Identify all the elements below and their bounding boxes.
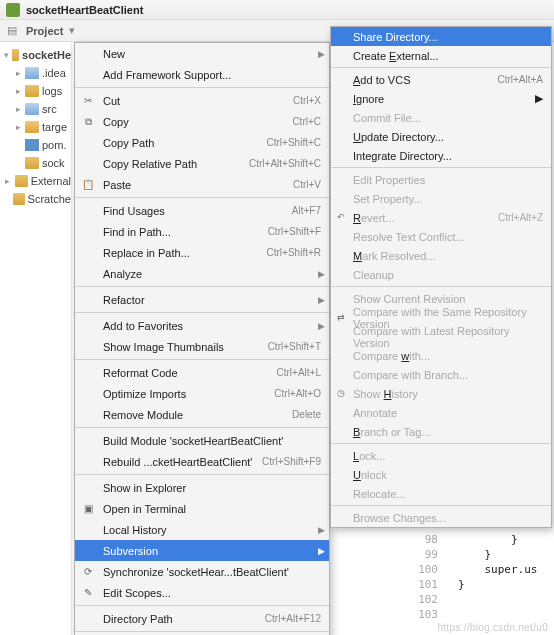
submenu-arrow-icon: ▶ — [535, 92, 543, 105]
menu-item[interactable]: Add to VCSCtrl+Alt+A — [331, 70, 551, 89]
menu-item-label: Update Directory... — [353, 131, 543, 143]
menu-item: Mark Resolved... — [331, 246, 551, 265]
folder-icon — [15, 175, 28, 187]
gutter-mark — [444, 608, 458, 623]
editor-line[interactable]: 101} — [414, 578, 554, 593]
menu-item[interactable]: ✂CutCtrl+X — [75, 90, 329, 111]
menu-separator — [75, 87, 329, 88]
menu-item[interactable]: Add Framework Support... — [75, 64, 329, 85]
menu-item-label: Build Module 'socketHeartBeatClient' — [103, 435, 321, 447]
menu-item[interactable]: ▣Open in Terminal — [75, 498, 329, 519]
editor-line[interactable]: 102 — [414, 593, 554, 608]
menu-item[interactable]: Remove ModuleDelete — [75, 404, 329, 425]
context-menu[interactable]: New▶Add Framework Support...✂CutCtrl+X⧉C… — [74, 42, 330, 635]
editor-line[interactable]: 100 super.us — [414, 563, 554, 578]
menu-item: Lock... — [331, 446, 551, 465]
menu-item-icon: ⧉ — [81, 115, 95, 129]
editor-line[interactable]: 98 } — [414, 533, 554, 548]
menu-item: Resolve Text Conflict... — [331, 227, 551, 246]
dropdown-arrow-icon[interactable]: ▾ — [69, 24, 75, 37]
menu-item[interactable]: Analyze▶ — [75, 263, 329, 284]
menu-item[interactable]: New▶ — [75, 43, 329, 64]
menu-item[interactable]: ⧉CopyCtrl+C — [75, 111, 329, 132]
menu-item[interactable]: Show Image ThumbnailsCtrl+Shift+T — [75, 336, 329, 357]
menu-shortcut: Ctrl+Alt+Shift+C — [249, 158, 321, 169]
menu-shortcut: Ctrl+Alt+Z — [498, 212, 543, 223]
editor-line[interactable]: 103 — [414, 608, 554, 623]
tree-node[interactable]: sock — [0, 154, 71, 172]
menu-shortcut: Ctrl+X — [293, 95, 321, 106]
tree-label: External — [31, 175, 71, 187]
tree-node[interactable]: ▸targe — [0, 118, 71, 136]
menu-item-label: Lock... — [353, 450, 543, 462]
disclosure-icon[interactable]: ▸ — [14, 68, 22, 78]
disclosure-icon[interactable]: ▾ — [4, 50, 9, 60]
menu-item[interactable]: Update Directory... — [331, 127, 551, 146]
menu-item-label: Resolve Text Conflict... — [353, 231, 543, 243]
tree-node[interactable]: ▸External — [0, 172, 71, 190]
menu-item[interactable]: Share Directory... — [331, 27, 551, 46]
menu-item[interactable]: Reformat CodeCtrl+Alt+L — [75, 362, 329, 383]
menu-shortcut: Ctrl+Shift+F — [268, 226, 321, 237]
subversion-submenu[interactable]: Share Directory...Create External...Add … — [330, 26, 552, 528]
menu-item[interactable]: ⟳Synchronize 'socketHear...tBeatClient' — [75, 561, 329, 582]
folder-icon — [25, 85, 39, 97]
menu-item[interactable]: Add to Favorites▶ — [75, 315, 329, 336]
menu-item[interactable]: Optimize ImportsCtrl+Alt+O — [75, 383, 329, 404]
tree-node[interactable]: ▾socketHe — [0, 46, 71, 64]
tool-window-label[interactable]: Project — [26, 25, 63, 37]
disclosure-icon[interactable]: ▸ — [4, 176, 12, 186]
menu-item: Cleanup — [331, 265, 551, 284]
menu-item-label: Browse Changes... — [353, 512, 543, 524]
menu-item[interactable]: Find UsagesAlt+F7 — [75, 200, 329, 221]
menu-item[interactable]: Build Module 'socketHeartBeatClient' — [75, 430, 329, 451]
menu-shortcut: Ctrl+Shift+T — [268, 341, 321, 352]
code-text: } — [458, 533, 518, 548]
menu-item-label: Integrate Directory... — [353, 150, 543, 162]
folder-icon — [25, 139, 39, 151]
menu-item: Compare with... — [331, 346, 551, 365]
disclosure-icon[interactable]: ▸ — [14, 104, 22, 114]
tree-label: logs — [42, 85, 62, 97]
tree-node[interactable]: pom. — [0, 136, 71, 154]
disclosure-icon[interactable]: ▸ — [14, 86, 22, 96]
menu-item-label: Show Image Thumbnails — [103, 341, 268, 353]
menu-item[interactable]: Show in Explorer — [75, 477, 329, 498]
menu-item-label: Edit Scopes... — [103, 587, 321, 599]
menu-item-label: Revert... — [353, 212, 498, 224]
menu-item-label: Edit Properties — [353, 174, 543, 186]
menu-item-label: Reformat Code — [103, 367, 277, 379]
menu-item-label: Copy Relative Path — [103, 158, 249, 170]
menu-item[interactable]: Replace in Path...Ctrl+Shift+R — [75, 242, 329, 263]
project-tree[interactable]: ▾socketHe▸.idea▸logs▸src▸targepom.sock▸E… — [0, 42, 72, 635]
menu-item[interactable]: Subversion▶ — [75, 540, 329, 561]
menu-item[interactable]: Copy Relative PathCtrl+Alt+Shift+C — [75, 153, 329, 174]
tree-node[interactable]: Scratche — [0, 190, 71, 208]
menu-shortcut: Ctrl+Shift+C — [267, 137, 321, 148]
menu-item[interactable]: Local History▶ — [75, 519, 329, 540]
tree-node[interactable]: ▸.idea — [0, 64, 71, 82]
editor-line[interactable]: 99 } — [414, 548, 554, 563]
gutter-mark — [444, 593, 458, 608]
menu-item[interactable]: Copy PathCtrl+Shift+C — [75, 132, 329, 153]
tree-node[interactable]: ▸src — [0, 100, 71, 118]
menu-item[interactable]: Rebuild ...cketHeartBeatClient'Ctrl+Shif… — [75, 451, 329, 472]
menu-item[interactable]: Refactor▶ — [75, 289, 329, 310]
menu-item[interactable]: Ignore▶ — [331, 89, 551, 108]
menu-shortcut: Ctrl+Alt+F12 — [265, 613, 321, 624]
tree-label: .idea — [42, 67, 66, 79]
menu-item[interactable]: 📋PasteCtrl+V — [75, 174, 329, 195]
menu-separator — [75, 631, 329, 632]
tree-label: targe — [42, 121, 67, 133]
menu-item[interactable]: Find in Path...Ctrl+Shift+F — [75, 221, 329, 242]
folder-icon — [25, 157, 39, 169]
menu-item[interactable]: ✎Edit Scopes... — [75, 582, 329, 603]
tree-node[interactable]: ▸logs — [0, 82, 71, 100]
menu-item: Compare with Latest Repository Version — [331, 327, 551, 346]
menu-item[interactable]: Directory PathCtrl+Alt+F12 — [75, 608, 329, 629]
disclosure-icon[interactable]: ▸ — [14, 122, 22, 132]
menu-item[interactable]: Integrate Directory... — [331, 146, 551, 165]
line-number: 99 — [414, 548, 444, 563]
menu-item-label: Rebuild ...cketHeartBeatClient' — [103, 456, 262, 468]
menu-item[interactable]: Create External... — [331, 46, 551, 65]
